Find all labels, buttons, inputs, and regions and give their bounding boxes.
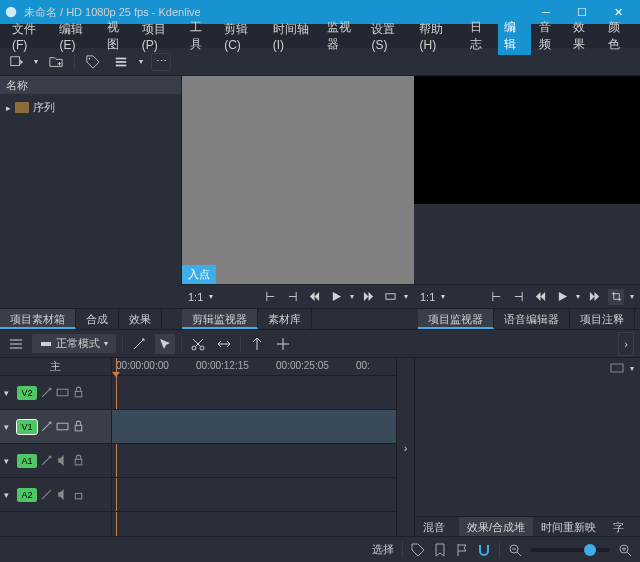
visibility-icon[interactable] <box>56 386 69 399</box>
crop-icon[interactable] <box>608 289 624 305</box>
rewind-button[interactable] <box>532 289 548 305</box>
tool-insert-icon[interactable] <box>247 334 267 354</box>
timeline-ruler[interactable]: 00:00:00:00 00:00:12:15 00:00:25:05 00: <box>112 358 396 376</box>
layout-color[interactable]: 颜色 <box>602 17 634 55</box>
chevron-down-icon[interactable]: ▾ <box>630 364 634 373</box>
menu-help[interactable]: 帮助(H) <box>413 19 460 54</box>
timeline-scroll-right[interactable]: › <box>396 358 414 538</box>
play-button[interactable] <box>554 289 570 305</box>
tool-spacer-icon[interactable] <box>214 334 234 354</box>
more-button[interactable]: ⋯ <box>151 53 171 71</box>
forward-button[interactable] <box>360 289 376 305</box>
track-header-v1[interactable]: ▾ V1 <box>0 410 111 444</box>
layout-log[interactable]: 日志 <box>464 17 496 55</box>
chevron-down-icon[interactable]: ▾ <box>404 292 408 301</box>
chevron-down-icon[interactable]: ▾ <box>4 490 14 500</box>
menu-timeline[interactable]: 时间轴(I) <box>267 19 319 54</box>
menu-edit[interactable]: 编辑(E) <box>53 19 99 54</box>
out-point-button[interactable] <box>510 289 526 305</box>
track-row-a2[interactable] <box>112 478 396 512</box>
layout-audio[interactable]: 音频 <box>533 17 565 55</box>
tab-project-bin[interactable]: 项目素材箱 <box>0 309 76 329</box>
track-row-v1[interactable] <box>112 410 396 444</box>
tag-button[interactable] <box>83 52 103 72</box>
flag-icon[interactable] <box>455 543 469 557</box>
lock-icon[interactable] <box>72 454 85 467</box>
track-config-icon[interactable] <box>6 334 26 354</box>
out-point-button[interactable] <box>284 289 300 305</box>
lock-icon[interactable] <box>72 386 85 399</box>
snap-icon[interactable] <box>477 543 491 557</box>
tool-wand-icon[interactable] <box>129 334 149 354</box>
caret-right-icon[interactable]: ▸ <box>6 103 11 113</box>
visibility-icon[interactable] <box>56 420 69 433</box>
fx-icon[interactable] <box>40 488 53 501</box>
timeline-canvas[interactable]: 00:00:00:00 00:00:12:15 00:00:25:05 00: <box>112 358 396 538</box>
menu-view[interactable]: 视图 <box>101 17 133 55</box>
forward-button[interactable] <box>586 289 602 305</box>
tab-notes[interactable]: 项目注释 <box>570 309 635 329</box>
lock-icon[interactable] <box>72 420 85 433</box>
track-badge[interactable]: A2 <box>17 488 37 502</box>
tab-remap[interactable]: 时间重新映射 <box>533 517 605 538</box>
mute-icon[interactable] <box>56 454 69 467</box>
menu-project[interactable]: 项目(P) <box>136 19 182 54</box>
menu-settings[interactable]: 设置(S) <box>365 19 411 54</box>
track-header-a1[interactable]: ▾ A1 <box>0 444 111 478</box>
expand-right-icon[interactable]: › <box>618 332 634 356</box>
chevron-down-icon[interactable]: ▾ <box>4 422 14 432</box>
mute-icon[interactable] <box>56 488 69 501</box>
chevron-down-icon[interactable]: ▾ <box>630 292 634 301</box>
tab-library[interactable]: 素材库 <box>258 309 312 329</box>
chevron-down-icon[interactable]: ▾ <box>139 57 143 66</box>
edit-mode-combo[interactable]: 正常模式 ▾ <box>32 334 116 353</box>
clip-monitor[interactable]: 入点 <box>182 76 414 284</box>
lock-icon[interactable] <box>72 488 85 501</box>
chevron-down-icon[interactable]: ▾ <box>350 292 354 301</box>
tab-project-monitor[interactable]: 项目监视器 <box>418 309 494 329</box>
track-badge[interactable]: A1 <box>17 454 37 468</box>
master-track-header[interactable]: 主 <box>0 358 111 376</box>
filter-icon[interactable] <box>111 52 131 72</box>
fx-icon[interactable] <box>40 454 53 467</box>
bin-tree[interactable]: ▸ 序列 <box>0 94 181 284</box>
zoom-out-icon[interactable] <box>508 543 522 557</box>
tool-overwrite-icon[interactable] <box>273 334 293 354</box>
add-folder-button[interactable] <box>46 52 66 72</box>
chevron-down-icon[interactable]: ▾ <box>34 57 38 66</box>
add-clip-button[interactable] <box>6 52 26 72</box>
chevron-down-icon[interactable]: ▾ <box>209 292 213 301</box>
tab-speech[interactable]: 语音编辑器 <box>494 309 570 329</box>
bin-sequence-item[interactable]: ▸ 序列 <box>6 98 175 117</box>
track-row-a1[interactable] <box>112 444 396 478</box>
bookmark-icon[interactable] <box>433 543 447 557</box>
tab-clip-monitor[interactable]: 剪辑监视器 <box>182 309 258 329</box>
edit-mode-icon[interactable] <box>382 289 398 305</box>
menu-clip[interactable]: 剪辑(C) <box>218 19 265 54</box>
chevron-down-icon[interactable]: ▾ <box>441 292 445 301</box>
chevron-down-icon[interactable]: ▾ <box>576 292 580 301</box>
tab-subtitles[interactable]: 字幕 <box>605 517 640 538</box>
rewind-button[interactable] <box>306 289 322 305</box>
track-row-v2[interactable] <box>112 376 396 410</box>
chevron-down-icon[interactable]: ▾ <box>4 456 14 466</box>
tag-icon[interactable] <box>411 543 425 557</box>
chevron-down-icon[interactable]: ▾ <box>4 388 14 398</box>
tab-composition[interactable]: 合成 <box>76 309 119 329</box>
in-point-button[interactable] <box>262 289 278 305</box>
track-badge[interactable]: V1 <box>17 420 37 434</box>
track-header-v2[interactable]: ▾ V2 <box>0 376 111 410</box>
menu-tools[interactable]: 工具 <box>184 17 216 55</box>
tab-effects[interactable]: 效果 <box>119 309 162 329</box>
menu-monitor[interactable]: 监视器 <box>321 17 364 55</box>
tab-effect-stack[interactable]: 效果/合成堆栈 <box>459 517 534 538</box>
bin-column-name[interactable]: 名称 <box>0 76 181 94</box>
tool-select-icon[interactable] <box>155 334 175 354</box>
track-badge[interactable]: V2 <box>17 386 37 400</box>
zoom-slider[interactable] <box>530 548 610 552</box>
rectangle-icon[interactable] <box>610 362 624 374</box>
fx-icon[interactable] <box>40 386 53 399</box>
in-point-button[interactable] <box>488 289 504 305</box>
zoom-in-icon[interactable] <box>618 543 632 557</box>
project-monitor-canvas[interactable] <box>414 76 640 204</box>
